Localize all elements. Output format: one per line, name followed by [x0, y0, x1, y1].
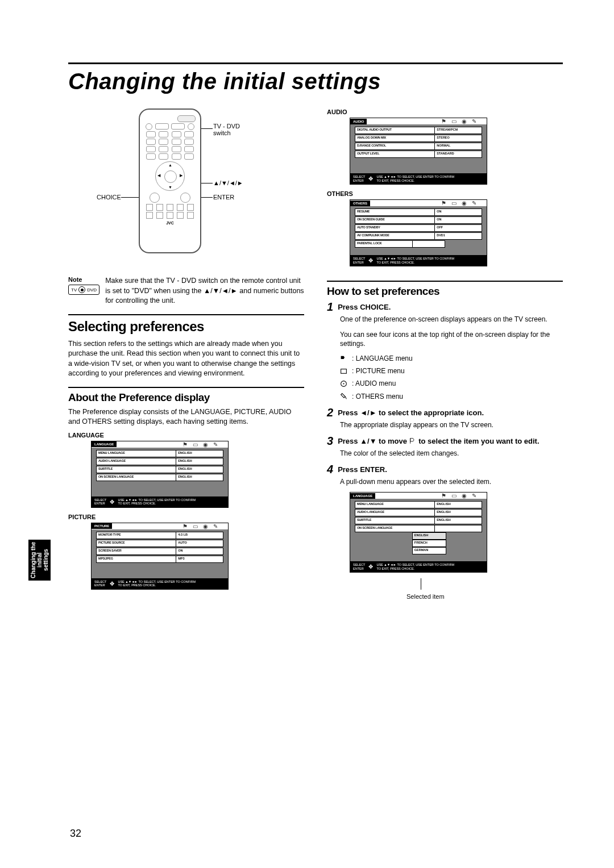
- picture-icon: [340, 368, 347, 375]
- selecting-preferences-heading: Selecting preferences: [68, 319, 304, 335]
- others-osd: OTHERS ⚑▭◉✎ RESUMEONON SCREEN GUIDEONAUT…: [327, 199, 563, 266]
- picture-label: PICTURE: [68, 514, 304, 520]
- pulldown-osd: LANGUAGE ⚑▭◉✎ MENU LANGUAGEENGLISHAUDIO …: [327, 492, 563, 600]
- language-label: LANGUAGE: [68, 432, 304, 439]
- step-3-p: The color of the selected item changes.: [340, 449, 563, 458]
- arrows-label: ▲/▼/◄/►: [213, 180, 243, 186]
- note-heading: Note: [68, 276, 99, 283]
- right-column: AUDIO AUDIO ⚑▭◉✎ DIGITAL AUDIO OUTPUTSTR…: [327, 108, 563, 600]
- dpad-icon: ▲ ▼ ◀ ▶: [155, 161, 185, 191]
- language-icon: [340, 355, 347, 362]
- step-4-p: A pull-down menu appears over the select…: [340, 477, 563, 486]
- manual-page: Changing the initial settings CHOICE TV …: [0, 0, 614, 868]
- choice-label: CHOICE: [97, 194, 121, 201]
- title-rule: [68, 62, 563, 64]
- audio-osd: AUDIO ⚑▭◉✎ DIGITAL AUDIO OUTPUTSTREAM/PC…: [327, 118, 563, 185]
- tv-dvd-pill-icon: TV DVD: [68, 285, 99, 295]
- others-icon: [340, 393, 347, 400]
- audio-icon: [340, 380, 347, 387]
- step-2: 2 Press ◄/► to select the appropriate ic…: [327, 407, 563, 418]
- cursor-icon: [409, 437, 417, 445]
- remote-body: ▲ ▼ ◀ ▶ JVC: [139, 108, 201, 253]
- audio-menu-row: : AUDIO menu: [340, 379, 563, 388]
- how-to-heading: How to set preferences: [327, 285, 563, 298]
- step-4: 4 Press ENTER.: [327, 464, 563, 475]
- picture-osd: PICTURE ⚑▭◉✎ MONITOR TYPE4:3 LBPICTURE S…: [68, 523, 304, 590]
- about-preference-heading: About the Preference display: [68, 391, 304, 404]
- note-text: Make sure that the TV - DVD switch on th…: [105, 276, 304, 306]
- left-column: CHOICE TV - DVD switch ▲/▼/◄/► ENTER: [68, 108, 304, 600]
- selecting-preferences-para: This section refers to the settings whic…: [68, 339, 304, 379]
- step-1: 1 Press CHOICE.: [327, 301, 563, 312]
- svg-rect-0: [341, 369, 347, 373]
- step-2-p: The appropriate display appears on the T…: [340, 420, 563, 429]
- page-title: Changing the initial settings: [68, 69, 563, 94]
- step-3: 3 Press ▲/▼ to move to select the item y…: [327, 435, 563, 446]
- step-1-p1: One of the preference on-screen displays…: [340, 315, 563, 324]
- remote-brand: JVC: [144, 221, 196, 225]
- others-menu-row: : OTHERS menu: [340, 392, 563, 401]
- language-osd: LANGUAGE ⚑▭◉✎ MENU LANGUAGEENGLISHAUDIO …: [68, 441, 304, 508]
- side-tab: Changing the initial settings: [28, 540, 51, 581]
- two-columns: CHOICE TV - DVD switch ▲/▼/◄/► ENTER: [68, 108, 563, 600]
- language-menu-row: : LANGUAGE menu: [340, 354, 563, 363]
- about-preference-para: The Preference display consists of the L…: [68, 407, 304, 427]
- page-number: 32: [70, 828, 81, 840]
- others-label: OTHERS: [327, 190, 563, 197]
- note-box: Note TV DVD Make sure that the TV - DVD …: [68, 276, 304, 306]
- svg-point-2: [343, 383, 344, 384]
- audio-label: AUDIO: [327, 108, 563, 115]
- tv-dvd-switch-label: TV - DVD switch: [213, 123, 240, 136]
- selected-item-callout: Selected item: [406, 593, 563, 600]
- step-1-p2: You can see four icons at the top right …: [340, 330, 563, 348]
- picture-menu-row: : PICTURE menu: [340, 366, 563, 375]
- remote-diagram: CHOICE TV - DVD switch ▲/▼/◄/► ENTER: [68, 108, 304, 265]
- enter-label: ENTER: [213, 194, 234, 201]
